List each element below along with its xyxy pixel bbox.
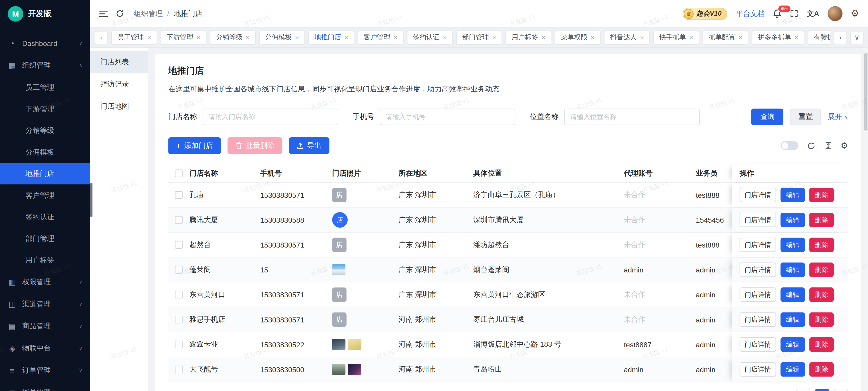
tab[interactable]: 快手抓单 × — [653, 30, 699, 44]
store-detail-button[interactable]: 门店详情 — [740, 362, 776, 377]
sidebar-subitem[interactable]: 客户管理 — [0, 184, 90, 206]
edit-button[interactable]: 编辑 — [780, 337, 805, 352]
tab[interactable]: 签约认证 × — [407, 30, 453, 44]
close-icon[interactable]: × — [640, 33, 644, 41]
sidebar-group-item[interactable]: ▥ 权限管理 ∨ — [0, 271, 90, 293]
notifications-button[interactable]: 99+ — [773, 9, 782, 18]
close-icon[interactable]: × — [591, 33, 595, 41]
edit-button[interactable]: 编辑 — [780, 263, 805, 277]
platform-docs-link[interactable]: 平台文档 — [736, 9, 765, 19]
tab[interactable]: 分佣模板 × — [259, 30, 305, 44]
tab[interactable]: 有赞抓 × — [808, 30, 831, 44]
sidebar-group-item[interactable]: ▤ 商品管理 ∨ — [0, 315, 90, 337]
edit-button[interactable]: 编辑 — [780, 213, 805, 227]
close-icon[interactable]: × — [344, 33, 348, 41]
table-toggle-switch[interactable] — [780, 141, 798, 150]
delete-button[interactable]: 删除 — [809, 238, 834, 252]
expand-filters-link[interactable]: 展开 ∨ — [828, 112, 848, 122]
subnav-item[interactable]: 门店地图 — [90, 95, 148, 117]
sidebar-group-item[interactable]: ≣ 抓单管理 ∨ — [0, 382, 90, 391]
tab[interactable]: 拼多多抓单 × — [752, 30, 804, 44]
store-photo-thumbnail[interactable] — [332, 264, 346, 275]
sidebar-item-dashboard[interactable]: ◔ Dashboard ∨ — [0, 32, 90, 54]
fullscreen-button[interactable] — [790, 9, 799, 18]
search-button[interactable]: 查询 — [751, 109, 784, 125]
tab[interactable]: 抓单配置 × — [703, 30, 749, 44]
store-photo-thumbnail[interactable] — [332, 339, 346, 350]
row-checkbox[interactable] — [175, 291, 183, 298]
tab[interactable]: 分销等级 × — [210, 30, 256, 44]
prev-page-button[interactable]: ‹ — [796, 389, 811, 391]
store-name-input[interactable] — [203, 109, 338, 125]
edit-button[interactable]: 编辑 — [780, 238, 805, 252]
page-scrollbar-thumb[interactable] — [864, 53, 868, 131]
vip-badge[interactable]: ♛ 超会V10 — [683, 7, 727, 20]
store-detail-button[interactable]: 门店详情 — [740, 312, 776, 327]
close-icon[interactable]: × — [739, 33, 742, 41]
phone-input[interactable] — [380, 109, 516, 125]
sidebar-subitem[interactable]: 用户标签 — [0, 249, 90, 271]
row-checkbox[interactable] — [175, 340, 183, 348]
sidebar-group-item[interactable]: ◫ 渠道管理 ∨ — [0, 293, 90, 315]
delete-button[interactable]: 删除 — [809, 263, 834, 277]
sidebar-subitem[interactable]: 员工管理 — [0, 77, 90, 98]
subnav-item[interactable]: 门店列表 — [90, 51, 148, 73]
tab[interactable]: 用户标签 × — [505, 30, 551, 44]
subnav-item[interactable]: 拜访记录 — [90, 73, 148, 95]
close-icon[interactable]: × — [689, 33, 693, 41]
delete-button[interactable]: 删除 — [809, 312, 834, 327]
tab[interactable]: 抖音达人 × — [604, 30, 650, 44]
delete-button[interactable]: 删除 — [809, 362, 834, 377]
close-icon[interactable]: × — [443, 33, 447, 41]
row-checkbox[interactable] — [175, 216, 183, 224]
sidebar-subitem[interactable]: 分佣模板 — [0, 141, 90, 163]
refresh-table-button[interactable] — [807, 142, 815, 150]
tab[interactable]: 下游管理 × — [161, 30, 207, 44]
next-page-button[interactable]: › — [834, 389, 848, 391]
add-store-button[interactable]: + 添加门店 — [168, 137, 221, 154]
sidebar-subitem[interactable]: 签约认证 — [0, 206, 90, 228]
edit-button[interactable]: 编辑 — [780, 312, 805, 327]
store-detail-button[interactable]: 门店详情 — [740, 188, 776, 202]
store-photo-thumbnail[interactable] — [348, 364, 361, 375]
sidebar-subitem[interactable]: 地推门店 — [0, 163, 90, 184]
tabs-scroll-left-button[interactable]: ‹ — [95, 31, 108, 44]
tabs-dropdown-button[interactable]: ∨ — [850, 31, 864, 44]
sidebar-group-item[interactable]: ◈ 物联中台 ∨ — [0, 337, 90, 360]
row-checkbox[interactable] — [175, 315, 183, 323]
tab[interactable]: 员工管理 × — [111, 30, 157, 44]
store-detail-button[interactable]: 门店详情 — [740, 288, 776, 302]
sidebar-collapse-button[interactable] — [99, 10, 108, 18]
sidebar-group-item[interactable]: ≡ 订单管理 ∨ — [0, 360, 90, 382]
tab[interactable]: 地推门店 × — [308, 30, 354, 44]
page-scrollbar[interactable] — [864, 48, 868, 391]
delete-button[interactable]: 删除 — [809, 288, 834, 302]
row-height-button[interactable] — [824, 142, 832, 150]
translate-button[interactable]: 文A — [807, 9, 819, 19]
close-icon[interactable]: × — [492, 33, 496, 41]
sidebar-subitem[interactable]: 部门管理 — [0, 228, 90, 249]
column-settings-button[interactable]: ⚙ — [841, 141, 848, 151]
tab[interactable]: 客户管理 × — [358, 30, 403, 44]
close-icon[interactable]: × — [196, 33, 200, 41]
export-button[interactable]: 导出 — [289, 137, 329, 154]
reset-button[interactable]: 重置 — [790, 109, 821, 125]
edit-button[interactable]: 编辑 — [780, 362, 805, 377]
store-detail-button[interactable]: 门店详情 — [740, 213, 776, 227]
page-button-current[interactable]: 1 — [815, 389, 829, 391]
row-checkbox[interactable] — [175, 191, 183, 199]
store-detail-button[interactable]: 门店详情 — [740, 337, 776, 352]
close-icon[interactable]: × — [541, 33, 545, 41]
tab[interactable]: 菜单权限 × — [555, 30, 601, 44]
sidebar-subitem[interactable]: 分销等级 — [0, 120, 90, 141]
location-name-input[interactable] — [564, 109, 700, 125]
delete-button[interactable]: 删除 — [809, 188, 834, 202]
avatar[interactable] — [828, 6, 842, 21]
edit-button[interactable]: 编辑 — [780, 288, 805, 302]
tab[interactable]: 部门管理 × — [456, 30, 502, 44]
edit-button[interactable]: 编辑 — [780, 188, 805, 202]
batch-delete-button[interactable]: 批量删除 — [227, 137, 282, 154]
sidebar-subitem[interactable]: 下游管理 — [0, 98, 90, 119]
settings-button[interactable]: ⚙ — [851, 8, 859, 19]
row-checkbox[interactable] — [175, 365, 183, 373]
